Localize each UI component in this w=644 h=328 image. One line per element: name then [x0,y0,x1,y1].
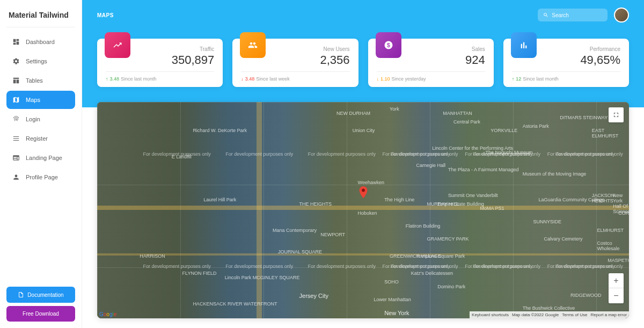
map-poi-label: Domino Park [437,284,465,289]
zoom-out-button[interactable]: − [609,288,624,303]
map[interactable]: For development purposes onlyFor develop… [97,102,629,318]
map-poi-label: MANHATTAN [443,111,472,116]
sidebar-item-dashboard[interactable]: Dashboard [6,33,75,51]
dev-watermark: For development purposes only [547,264,615,269]
nav-label: Dashboard [26,39,55,45]
nav-label: Landing Page [26,155,62,161]
card-footer: ↑3.48Since last month [106,71,214,82]
free-download-button[interactable]: Free Download [6,306,75,322]
map-poi-label: Summit One Vanderbilt [448,193,497,198]
card-footer: ↓1.10Since yesterday [377,71,485,82]
card-footer: ↓3.48Since last week [241,71,349,82]
map-poi-label: The Plaza - A Fairmont Managed [448,167,519,172]
web-icon [12,154,20,162]
attr-shortcuts[interactable]: Keyboard shortcuts [472,312,509,317]
map-poi-label: Lower Manhattan [374,297,411,302]
search-input[interactable] [552,12,602,18]
map-poi-label: Richard W. DeKorte Park [193,128,247,133]
delta-since: Since last month [121,76,157,82]
delta-since: Since last week [256,76,290,82]
map-poi-label: New York Hall Of Science [613,193,629,214]
svg-text:$: $ [387,42,390,48]
attr-terms[interactable]: Terms of Use [562,312,587,317]
delta-value: 1.10 [380,76,390,82]
sidebar: Material Tailwind DashboardSettingsTable… [0,0,82,328]
map-poi-label: YORKVILLE [491,128,517,133]
dev-watermark: For development purposes only [383,151,450,157]
map-poi-label: Astoria Park [523,123,549,129]
sidebar-item-tables[interactable]: Tables [6,71,75,90]
card-footer: ↑12Since last month [512,71,620,82]
sidebar-item-register[interactable]: Register [6,129,75,148]
map-attribution: Keyboard shortcuts Map data ©2022 Google… [470,311,629,318]
map-icon [12,96,20,104]
bar-icon [511,32,537,58]
dev-watermark: For development purposes only [308,151,376,157]
dev-watermark: For development purposes only [465,264,532,269]
delta-arrow-icon: ↑ [106,76,108,82]
delta-value: 3.48 [245,76,255,82]
documentation-button[interactable]: Documentation [6,287,75,303]
fullscreen-button[interactable] [609,107,624,122]
fullscreen-icon [612,111,620,119]
sidebar-bottom: Documentation Free Download [6,287,75,322]
avatar[interactable] [614,8,629,23]
map-poi-label: Mana Contemporary [273,228,317,233]
zoom-in-button[interactable]: + [609,273,624,288]
map-city-label: Jersey City [299,293,328,299]
map-poi-label: LaGuardia Community College [539,197,605,202]
map-poi-label: NEW DURHAM [336,111,370,116]
map-poi-label: Tompkins Square Park [416,253,465,259]
main-area: MAPS Traffic350,897↑3.48Since last month… [82,0,644,328]
top-row: MAPS [97,8,629,23]
map-poi-label: ELMHURST [597,228,624,233]
map-poi-label: THE HEIGHTS [299,201,332,207]
fingerprint-icon [12,115,20,123]
stat-cards: Traffic350,897↑3.48Since last monthNew U… [97,39,629,87]
delta-arrow-icon: ↓ [241,76,244,82]
doc-label: Documentation [27,292,63,298]
stat-card-traffic: Traffic350,897↑3.48Since last month [97,39,223,87]
gear-icon [12,57,20,65]
stat-card-new-users: New Users2,356↓3.48Since last week [232,39,358,87]
map-poi-label: EAST ELMHURST [592,128,629,139]
map-poi-label: Lincoln Park MCGINLEY SQUARE [225,275,299,280]
map-poi-label: MASPETH [608,258,629,263]
dev-watermark: For development purposes only [225,264,293,269]
delta-since: Since yesterday [392,76,426,82]
delta-value: 3.48 [110,76,120,82]
map-poi-label: FLYNON FIELD [182,271,217,276]
stat-card-performance: Performance49,65%↑12Since last month [503,39,629,87]
nav-label: Login [26,116,40,122]
page-title: MAPS [97,12,114,18]
map-poi-label: RIDGEWOOD [570,293,602,298]
map-city-label: New York [384,310,409,316]
nav-label: Maps [26,97,40,103]
map-poi-label: SOHO [384,279,399,285]
person-icon [12,173,20,181]
map-poi-label: Museum of the Moving Image [523,171,587,177]
top-right [538,8,629,23]
map-poi-label: E Landfill [172,154,192,159]
map-poi-label: The Bushwick Collective [523,305,575,311]
nav-label: Tables [26,77,43,84]
sidebar-item-login[interactable]: Login [6,110,75,128]
dev-watermark: For development purposes only [143,264,211,269]
map-poi-label: Lincoln Center for the Performing Arts [432,145,513,151]
zoom-controls: + − [609,273,624,303]
dashboard-icon [12,38,20,46]
map-poi-label: HARRISON [140,253,165,259]
attr-report[interactable]: Report a map error [590,312,627,317]
sidebar-item-settings[interactable]: Settings [6,52,75,70]
map-poi-label: SUNNYSIDE [533,219,562,224]
map-poi-label: The High Line [384,197,414,202]
search-box[interactable] [538,9,608,21]
map-poi-label: York [390,106,399,112]
map-poi-label: Empire State Building [437,201,484,207]
delta-arrow-icon: ↓ [377,76,379,82]
trend-icon [105,32,130,58]
sidebar-item-profile-page[interactable]: Profile Page [6,168,75,186]
list-icon [12,134,20,143]
sidebar-item-landing-page[interactable]: Landing Page [6,149,75,167]
sidebar-item-maps[interactable]: Maps [6,91,75,109]
